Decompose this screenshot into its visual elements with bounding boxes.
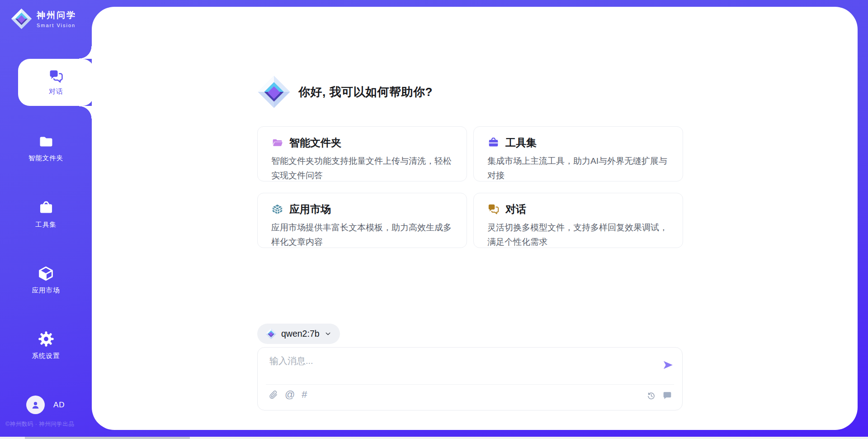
model-selector[interactable]: qwen2:7b — [257, 324, 340, 344]
sidebar-item-settings[interactable]: 系统设置 — [0, 330, 92, 360]
chat-bubbles-icon — [487, 203, 500, 215]
composer-right-toolbar — [646, 391, 672, 401]
send-icon[interactable] — [662, 359, 674, 371]
toolbox-icon — [487, 137, 500, 149]
folder-open-icon — [271, 137, 283, 149]
card-title: 应用市场 — [289, 202, 331, 216]
card-head: 对话 — [487, 202, 669, 216]
app-window: 你好, 我可以如何帮助你? 智能文件夹 智能文件夹功能支持批量文件上传与清洗，轻… — [0, 0, 868, 439]
gear-icon — [38, 330, 55, 348]
folder-icon — [38, 134, 54, 150]
card-head: 智能文件夹 — [271, 136, 453, 150]
composer-divider — [266, 384, 674, 385]
card-title: 工具集 — [505, 136, 537, 150]
card-description: 应用市场提供丰富长文本模板，助力高效生成多样化文章内容 — [271, 220, 453, 249]
paperclip-icon[interactable] — [269, 390, 278, 400]
cube-grid-icon — [271, 203, 283, 215]
brand-logo: 神州问学 Smart Vision — [11, 8, 76, 29]
card-head: 工具集 — [487, 136, 669, 150]
sidebar-item-label: 系统设置 — [32, 352, 60, 360]
brand-diamond-icon — [257, 75, 291, 109]
composer-toolbar: @ # — [269, 390, 307, 400]
chat-bubble-filled-icon[interactable] — [662, 391, 672, 401]
avatar — [26, 396, 45, 414]
sidebar-item-label: 应用市场 — [32, 286, 60, 295]
cube-icon — [38, 265, 54, 282]
card-chat[interactable]: 对话 灵活切换多模型文件，支持多样回复效果调试，满足个性化需求 — [473, 193, 683, 248]
card-head: 应用市场 — [271, 202, 453, 216]
sidebar-item-label: 对话 — [49, 87, 63, 96]
greeting-block: 你好, 我可以如何帮助你? — [257, 75, 433, 109]
feature-cards: 智能文件夹 智能文件夹功能支持批量文件上传与清洗，轻松实现文件问答 工具集 集成… — [257, 126, 683, 248]
message-composer: @ # — [257, 347, 683, 410]
model-diamond-icon — [265, 328, 277, 339]
sidebar: 神州问学 Smart Vision 对话 智能文件夹 工具集 — [0, 0, 92, 439]
card-smart-folder[interactable]: 智能文件夹 智能文件夹功能支持批量文件上传与清洗，轻松实现文件问答 — [257, 126, 467, 181]
copyright-text: ©神州数码 · 神州问学出品 — [5, 420, 91, 428]
toolbox-icon — [38, 200, 54, 216]
main-panel: 你好, 我可以如何帮助你? 智能文件夹 智能文件夹功能支持批量文件上传与清洗，轻… — [92, 7, 858, 430]
card-title: 对话 — [505, 202, 526, 216]
user-profile[interactable]: AD — [26, 396, 65, 414]
horizontal-scrollbar[interactable] — [0, 437, 868, 439]
brand-diamond-icon — [11, 8, 32, 29]
sidebar-item-label: 工具集 — [35, 220, 57, 229]
sidebar-item-chat[interactable]: 对话 — [18, 59, 94, 106]
sidebar-item-app-market[interactable]: 应用市场 — [0, 265, 92, 295]
message-input[interactable] — [269, 355, 649, 381]
chevron-down-icon — [324, 330, 332, 338]
history-icon[interactable] — [646, 391, 656, 401]
active-tab-fillet-bottom — [79, 106, 92, 119]
sidebar-item-toolset[interactable]: 工具集 — [0, 200, 92, 229]
brand-title: 神州问学 — [37, 10, 76, 21]
card-description: 智能文件夹功能支持批量文件上传与清洗，轻松实现文件问答 — [271, 154, 453, 182]
card-title: 智能文件夹 — [289, 136, 341, 150]
user-initials: AD — [53, 401, 65, 410]
active-tab-fillet-top — [79, 46, 92, 59]
card-app-market[interactable]: 应用市场 应用市场提供丰富长文本模板，助力高效生成多样化文章内容 — [257, 193, 467, 248]
scrollbar-thumb[interactable] — [25, 437, 190, 439]
chat-bubbles-icon — [48, 69, 64, 84]
sidebar-item-smart-folder[interactable]: 智能文件夹 — [0, 134, 92, 162]
card-description: 集成市场上主流工具，助力AI与外界无缝扩展与对接 — [487, 154, 669, 182]
brand-subtitle: Smart Vision — [37, 23, 76, 28]
hash-icon[interactable]: # — [302, 390, 307, 400]
greeting-text: 你好, 我可以如何帮助你? — [298, 84, 433, 100]
card-description: 灵活切换多模型文件，支持多样回复效果调试，满足个性化需求 — [487, 220, 669, 249]
brand-text: 神州问学 Smart Vision — [37, 10, 76, 28]
at-sign-icon[interactable]: @ — [285, 390, 295, 400]
sidebar-item-label: 智能文件夹 — [28, 154, 64, 162]
model-name: qwen2:7b — [281, 329, 320, 339]
card-toolset[interactable]: 工具集 集成市场上主流工具，助力AI与外界无缝扩展与对接 — [473, 126, 683, 181]
